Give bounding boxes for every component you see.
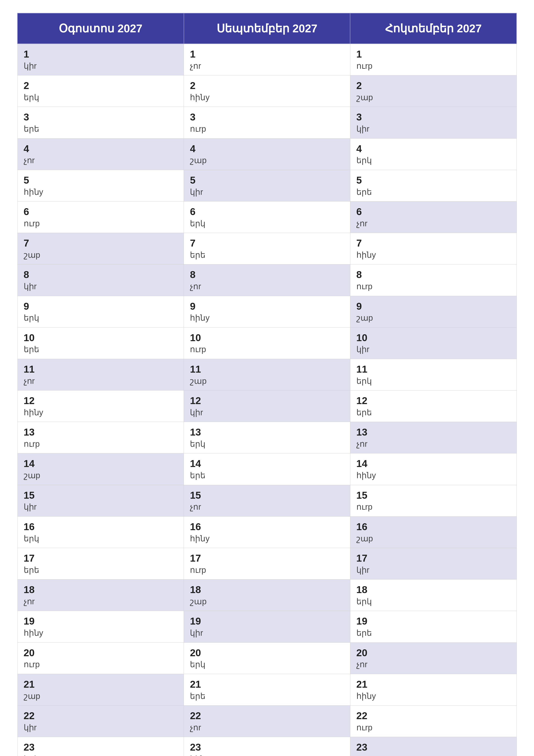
aug-day-15: 15կիr	[17, 485, 184, 516]
sep-day-1: 1չոr	[184, 44, 350, 75]
calendar-row: 4չոr4շաp4երկ	[17, 138, 517, 170]
calendar-row: 1կիr1չոr1ուrp	[17, 44, 517, 75]
oct-day-22: 22ուrp	[350, 705, 517, 737]
calendar-row: 7շաp7երե7հինy	[17, 233, 517, 264]
aug-day-6: 6ուrp	[17, 201, 184, 233]
oct-day-23: 23շաp	[350, 737, 517, 756]
aug-day-3: 3երե	[17, 107, 184, 138]
sep-day-16: 16հինy	[184, 516, 350, 548]
aug-day-22: 22կիr	[17, 705, 184, 737]
aug-day-19: 19հինy	[17, 611, 184, 642]
oct-day-19: 19երե	[350, 611, 517, 642]
oct-day-1: 1ուrp	[350, 44, 517, 75]
sep-day-13: 13երկ	[184, 422, 350, 453]
oct-day-8: 8ուrp	[350, 264, 517, 296]
calendar-row: 13ուrp13երկ13չոr	[17, 422, 517, 453]
sep-day-7: 7երե	[184, 233, 350, 264]
aug-day-8: 8կիr	[17, 264, 184, 296]
calendar-row: 12հինy12կիr12երե	[17, 391, 517, 422]
calendar-row: 6ուrp6երկ6չոr	[17, 201, 517, 233]
calendar-row: 9երկ9հինy9շաp	[17, 296, 517, 327]
oct-day-13: 13չոr	[350, 422, 517, 453]
oct-day-15: 15ուrp	[350, 485, 517, 516]
sep-day-18: 18շաp	[184, 580, 350, 611]
oct-day-3: 3կիr	[350, 107, 517, 138]
sep-day-5: 5կիr	[184, 170, 350, 201]
sep-day-6: 6երկ	[184, 201, 350, 233]
sep-day-2: 2հինy	[184, 75, 350, 107]
oct-day-6: 6չոr	[350, 201, 517, 233]
calendar-row: 14շաp14երե14հինy	[17, 453, 517, 485]
oct-day-4: 4երկ	[350, 138, 517, 170]
sep-day-4: 4շաp	[184, 138, 350, 170]
oct-day-21: 21հինy	[350, 674, 517, 705]
calendar-row: 11չոr11շաp11երկ	[17, 359, 517, 390]
sep-day-3: 3ուrp	[184, 107, 350, 138]
aug-day-11: 11չոr	[17, 359, 184, 390]
aug-day-5: 5հինy	[17, 170, 184, 201]
aug-day-1: 1կիr	[17, 44, 184, 75]
sep-day-17: 17ուrp	[184, 548, 350, 580]
aug-day-21: 21շաp	[17, 674, 184, 705]
sep-day-23: 23հինy	[184, 737, 350, 756]
oct-day-11: 11երկ	[350, 359, 517, 390]
oct-day-2: 2շաp	[350, 75, 517, 107]
calendar-row: 16երկ16հինy16շաp	[17, 516, 517, 548]
aug-day-7: 7շաp	[17, 233, 184, 264]
oct-day-18: 18երկ	[350, 580, 517, 611]
calendar-row: 20ուrp20երկ20չոr	[17, 642, 517, 674]
calendar-row: 19հինy19կիr19երե	[17, 611, 517, 642]
aug-day-23: 23երկ	[17, 737, 184, 756]
aug-day-18: 18չոr	[17, 580, 184, 611]
oct-day-17: 17կիr	[350, 548, 517, 580]
sep-day-21: 21երե	[184, 674, 350, 705]
aug-day-9: 9երկ	[17, 296, 184, 327]
month3-header: Հոկտեմբեր 2027	[350, 13, 517, 44]
aug-day-4: 4չոr	[17, 138, 184, 170]
oct-day-10: 10կիr	[350, 327, 517, 359]
aug-day-13: 13ուrp	[17, 422, 184, 453]
sep-day-20: 20երկ	[184, 642, 350, 674]
aug-day-14: 14շաp	[17, 453, 184, 485]
sep-day-19: 19կիr	[184, 611, 350, 642]
oct-day-5: 5երե	[350, 170, 517, 201]
calendar-row: 5հինy5կիr5երե	[17, 170, 517, 201]
oct-day-16: 16շաp	[350, 516, 517, 548]
calendar-row: 17երե17ուrp17կիr	[17, 548, 517, 580]
calendar-row: 10երե10ուrp10կիr	[17, 327, 517, 359]
calendar-row: 2երկ2հինy2շաp	[17, 75, 517, 107]
sep-day-12: 12կիr	[184, 391, 350, 422]
sep-day-14: 14երե	[184, 453, 350, 485]
aug-day-2: 2երկ	[17, 75, 184, 107]
calendar-table: Օգոստոս 2027 Սեպտեմբեր 2027 Հոկտեմբեր 20…	[17, 13, 517, 756]
aug-day-17: 17երե	[17, 548, 184, 580]
oct-day-20: 20չոr	[350, 642, 517, 674]
aug-day-16: 16երկ	[17, 516, 184, 548]
calendar-row: 3երե3ուrp3կիr	[17, 107, 517, 138]
calendar-row: 15կիr15չոr15ուrp	[17, 485, 517, 516]
sep-day-11: 11շաp	[184, 359, 350, 390]
sep-day-10: 10ուrp	[184, 327, 350, 359]
sep-day-9: 9հինy	[184, 296, 350, 327]
aug-day-20: 20ուrp	[17, 642, 184, 674]
aug-day-12: 12հինy	[17, 391, 184, 422]
header-row: Օգոստոս 2027 Սեպտեմբեր 2027 Հոկտեմբեր 20…	[17, 13, 517, 44]
oct-day-12: 12երե	[350, 391, 517, 422]
calendar-row: 8կիr8չոr8ուrp	[17, 264, 517, 296]
sep-day-15: 15չոr	[184, 485, 350, 516]
aug-day-10: 10երե	[17, 327, 184, 359]
oct-day-9: 9շաp	[350, 296, 517, 327]
month1-header: Օգոստոս 2027	[17, 13, 184, 44]
oct-day-14: 14հինy	[350, 453, 517, 485]
month2-header: Սեպտեմբեր 2027	[184, 13, 350, 44]
calendar-row: 23երկ23հինy23շաp	[17, 737, 517, 756]
calendar-row: 21շաp21երե21հինy	[17, 674, 517, 705]
sep-day-22: 22չոr	[184, 705, 350, 737]
calendar-row: 18չոr18շաp18երկ	[17, 580, 517, 611]
oct-day-7: 7հինy	[350, 233, 517, 264]
calendar-row: 22կիr22չոr22ուrp	[17, 705, 517, 737]
sep-day-8: 8չոr	[184, 264, 350, 296]
